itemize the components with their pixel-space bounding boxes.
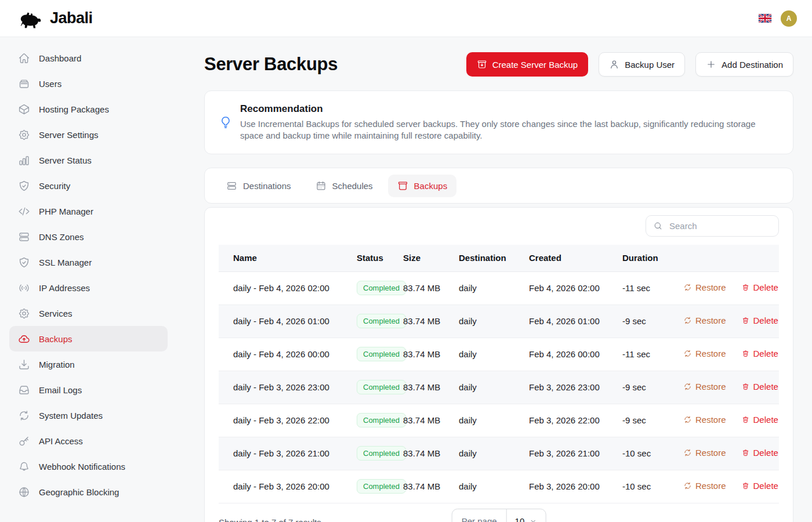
cell-duration: -9 sec: [622, 371, 683, 404]
sidebar-item-geographic-blocking[interactable]: Geographic Blocking: [9, 479, 168, 505]
restore-button[interactable]: Restore: [683, 481, 726, 491]
backup-user-button[interactable]: Backup User: [599, 52, 685, 77]
sidebar-item-api-access[interactable]: API Access: [9, 428, 168, 454]
archive-box-icon: [397, 180, 408, 191]
sidebar-item-ssl-manager[interactable]: SSL Manager: [9, 249, 168, 275]
sidebar-item-label: IP Addresses: [39, 283, 90, 293]
status-badge: Completed: [357, 380, 406, 394]
sidebar-item-backups[interactable]: Backups: [9, 326, 168, 351]
boar-icon: [15, 9, 45, 28]
tab-schedules[interactable]: Schedules: [306, 175, 382, 197]
delete-button[interactable]: Delete: [741, 448, 778, 458]
refresh-icon: [683, 283, 692, 292]
sidebar-item-services[interactable]: Services: [9, 300, 168, 326]
server-stack-icon: [18, 231, 30, 243]
brand-logo[interactable]: Jabali: [15, 9, 93, 28]
sidebar-item-label: System Updates: [39, 411, 103, 420]
search-icon: [653, 221, 663, 231]
delete-button[interactable]: Delete: [741, 481, 778, 491]
search-input[interactable]: [668, 220, 786, 231]
delete-button[interactable]: Delete: [741, 382, 778, 392]
sidebar-item-ip-addresses[interactable]: IP Addresses: [9, 275, 168, 300]
sidebar-item-label: Services: [39, 309, 72, 318]
column-created: Created: [529, 245, 622, 271]
refresh-icon: [683, 349, 692, 358]
sidebar-item-label: Dashboard: [39, 53, 81, 63]
per-page-select[interactable]: 10: [507, 509, 546, 522]
code-icon: [18, 205, 30, 217]
cell-destination: daily: [459, 271, 529, 304]
restore-button[interactable]: Restore: [683, 382, 726, 392]
refresh-icon: [683, 415, 692, 424]
recommendation-body: Use Incremental Backups for scheduled se…: [240, 118, 779, 142]
cell-size: 83.74 MB: [403, 437, 459, 470]
restore-button[interactable]: Restore: [683, 415, 726, 425]
table-row: daily - Feb 3, 2026 21:00Completed83.74 …: [219, 437, 779, 470]
sidebar-item-dashboard[interactable]: Dashboard: [9, 45, 168, 71]
restore-button[interactable]: Restore: [683, 316, 726, 325]
sidebar-item-security[interactable]: Security: [9, 173, 168, 198]
sidebar-item-label: Users: [39, 79, 61, 89]
sidebar-item-label: Geographic Blocking: [39, 487, 119, 497]
sidebar-item-migration[interactable]: Migration: [9, 351, 168, 377]
broadcast-icon: [18, 282, 30, 294]
cell-actions: RestoreDelete: [683, 304, 779, 338]
column-destination: Destination: [459, 245, 529, 271]
chevron-down-icon: [528, 517, 537, 522]
refresh-icon: [683, 481, 692, 490]
shield-check-icon: [18, 256, 30, 269]
refresh-icon: [683, 448, 692, 457]
restore-button[interactable]: Restore: [683, 349, 726, 358]
trash-icon: [741, 316, 750, 325]
sidebar-item-hosting-packages[interactable]: Hosting Packages: [9, 96, 168, 122]
status-badge: Completed: [357, 281, 406, 295]
uk-flag-icon[interactable]: [759, 14, 771, 23]
sidebar-item-webhook-notifications[interactable]: Webhook Notifications: [9, 454, 168, 479]
column-status: Status: [357, 245, 403, 271]
tab-destinations[interactable]: Destinations: [217, 175, 300, 197]
tab-backups[interactable]: Backups: [388, 175, 457, 197]
sidebar-item-dns-zones[interactable]: DNS Zones: [9, 224, 168, 249]
sidebar-item-server-status[interactable]: Server Status: [9, 147, 168, 173]
inbox-icon: [18, 384, 30, 396]
restore-button[interactable]: Restore: [683, 282, 726, 292]
status-badge: Completed: [357, 314, 406, 328]
cell-name: daily - Feb 4, 2026 02:00: [219, 271, 357, 304]
create-server-backup-button[interactable]: Create Server Backup: [466, 52, 589, 77]
table-row: daily - Feb 3, 2026 23:00Completed83.74 …: [219, 371, 779, 404]
sidebar-item-users[interactable]: Users: [9, 71, 168, 96]
status-badge: Completed: [357, 479, 406, 494]
user-avatar[interactable]: A: [781, 10, 797, 27]
cell-status: Completed: [357, 304, 403, 338]
delete-button[interactable]: Delete: [741, 415, 778, 425]
cell-actions: RestoreDelete: [683, 470, 779, 503]
trash-icon: [741, 481, 750, 490]
sidebar-item-server-settings[interactable]: Server Settings: [9, 122, 168, 147]
sidebar-item-system-updates[interactable]: System Updates: [9, 403, 168, 428]
restore-button[interactable]: Restore: [683, 448, 726, 458]
delete-button[interactable]: Delete: [741, 282, 778, 292]
cell-created: Feb 3, 2026 21:00: [529, 437, 622, 470]
sidebar-item-php-manager[interactable]: PHP Manager: [9, 198, 168, 224]
plus-icon: [706, 59, 716, 70]
status-badge: Completed: [357, 446, 406, 461]
cell-name: daily - Feb 3, 2026 21:00: [219, 437, 357, 470]
sidebar-item-label: PHP Manager: [39, 206, 93, 216]
cell-size: 83.74 MB: [403, 404, 459, 437]
cell-created: Feb 3, 2026 22:00: [529, 404, 622, 437]
cell-size: 83.74 MB: [403, 470, 459, 503]
bar-chart-icon: [18, 154, 30, 166]
refresh-icon: [683, 382, 692, 391]
sidebar-item-label: Security: [39, 181, 70, 191]
results-summary: Showing 1 to 7 of 7 results: [219, 517, 321, 522]
delete-button[interactable]: Delete: [741, 349, 778, 358]
cell-name: daily - Feb 4, 2026 01:00: [219, 304, 357, 338]
gear-icon: [18, 307, 30, 320]
sidebar-item-email-logs[interactable]: Email Logs: [9, 377, 168, 403]
cell-created: Feb 4, 2026 01:00: [529, 304, 622, 338]
delete-button[interactable]: Delete: [741, 316, 778, 325]
cell-name: daily - Feb 4, 2026 00:00: [219, 338, 357, 371]
cell-status: Completed: [357, 271, 403, 304]
shield-check-icon: [18, 180, 30, 192]
add-destination-button[interactable]: Add Destination: [695, 52, 793, 77]
